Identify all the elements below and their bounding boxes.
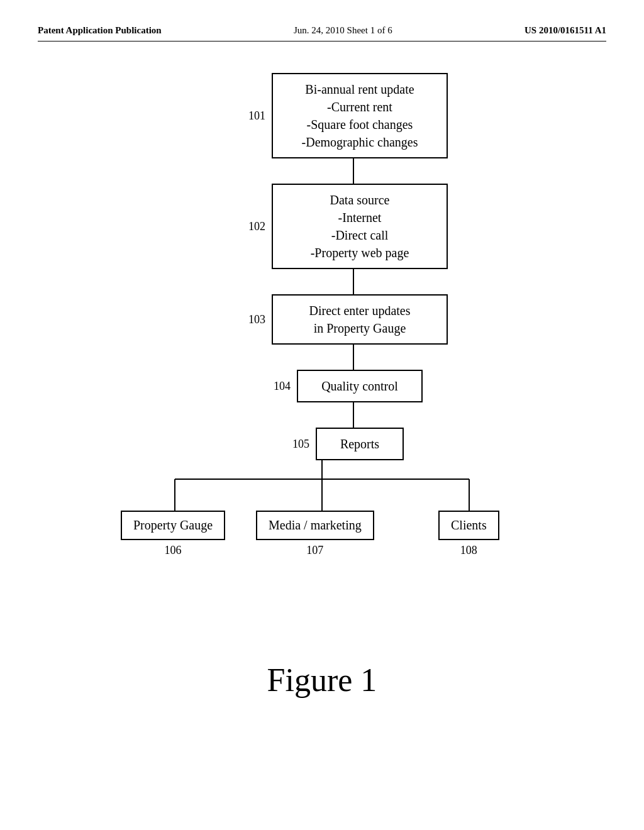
label-107: 107 [306,544,323,557]
label-104: 104 [259,380,297,393]
flow-node-101: 101 Bi-annual rent update -Current rent … [196,73,448,158]
bottom-item-106: Property Gauge 106 [121,511,225,557]
page: Patent Application Publication Jun. 24, … [0,0,644,830]
flow-node-105: 105 Reports [240,428,404,460]
flow-node-102: 102 Data source -Internet -Direct call -… [196,184,448,269]
header-left: Patent Application Publication [38,25,162,36]
connector-101-102 [353,158,354,184]
connector-103-104 [353,345,354,370]
header-right: US 2010/0161511 A1 [525,25,606,36]
label-105: 105 [278,438,316,451]
box-101: Bi-annual rent update -Current rent -Squ… [272,73,448,158]
label-108: 108 [460,544,477,557]
label-102: 102 [234,220,272,233]
label-103: 103 [234,313,272,326]
box-105: Reports [316,428,404,460]
branch-area [102,460,542,511]
connector-104-105 [353,402,354,428]
diagram: 101 Bi-annual rent update -Current rent … [38,67,606,561]
label-101: 101 [234,109,272,123]
header-center: Jun. 24, 2010 Sheet 1 of 6 [294,25,392,36]
connector-102-103 [353,269,354,294]
box-106: Property Gauge [121,511,225,540]
box-104: Quality control [297,370,423,402]
page-header: Patent Application Publication Jun. 24, … [38,25,606,42]
flow-node-104: 104 Quality control [221,370,423,402]
box-108: Clients [438,511,499,540]
bottom-item-107: Media / marketing 107 [256,511,374,557]
flow-node-103: 103 Direct enter updates in Property Gau… [196,294,448,345]
figure-caption: Figure 1 [38,661,606,699]
bottom-row: Property Gauge 106 Media / marketing 107… [102,511,542,561]
box-102: Data source -Internet -Direct call -Prop… [272,184,448,269]
branch-svg [102,460,542,511]
label-106: 106 [165,544,182,557]
box-107: Media / marketing [256,511,374,540]
bottom-item-108: Clients 108 [438,511,499,557]
box-103: Direct enter updates in Property Gauge [272,294,448,345]
